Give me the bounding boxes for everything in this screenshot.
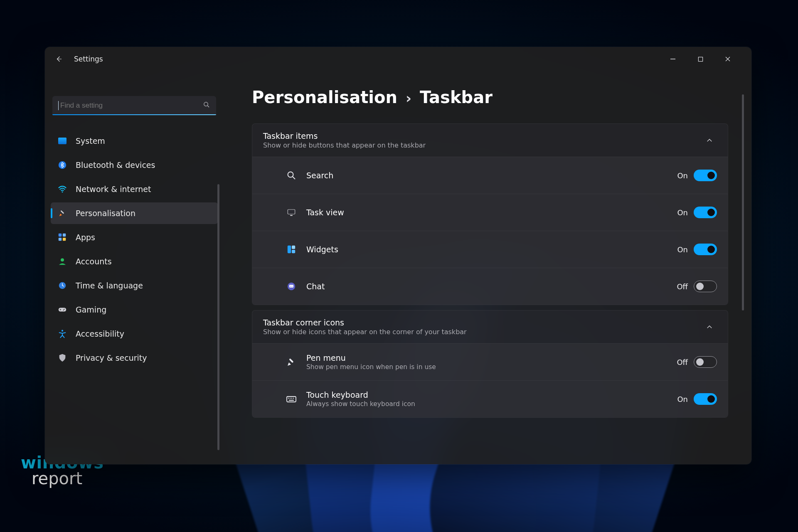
display-icon	[57, 136, 67, 146]
breadcrumb: Personalisation › Taskbar	[252, 88, 728, 107]
content-scrollbar[interactable]	[742, 94, 744, 310]
setting-row-pen-menu[interactable]: Pen menu Show pen menu icon when pen is …	[252, 343, 728, 380]
setting-row-widgets[interactable]: Widgets On	[252, 231, 728, 268]
setting-sublabel: Show pen menu icon when pen is in use	[306, 363, 436, 371]
breadcrumb-parent[interactable]: Personalisation	[252, 88, 397, 107]
svg-rect-8	[60, 210, 64, 214]
svg-line-5	[207, 106, 209, 107]
sidebar-item-network[interactable]: Network & internet	[51, 178, 218, 200]
svg-point-19	[288, 172, 293, 177]
svg-rect-37	[289, 400, 294, 401]
sidebar-nav: System Bluetooth & devices Network & int…	[50, 130, 219, 369]
svg-line-20	[293, 177, 295, 179]
setting-row-task-view[interactable]: Task view On	[252, 194, 728, 231]
svg-rect-10	[63, 234, 66, 236]
sidebar-item-personalisation[interactable]: Personalisation	[51, 202, 218, 224]
sidebar-item-label: Apps	[76, 233, 95, 242]
svg-rect-31	[289, 358, 293, 363]
svg-rect-36	[293, 398, 294, 399]
setting-row-chat[interactable]: Chat Off	[252, 268, 728, 305]
search-icon	[286, 170, 297, 181]
panel-header-corner-icons[interactable]: Taskbar corner icons Show or hide icons …	[252, 310, 728, 343]
svg-rect-33	[288, 398, 289, 399]
chevron-up-icon	[702, 133, 717, 148]
accessibility-icon	[57, 329, 67, 339]
svg-rect-24	[288, 246, 291, 253]
sidebar-item-system[interactable]: System	[51, 130, 218, 152]
toggle-task-view[interactable]	[694, 207, 717, 218]
settings-window: Settings	[45, 47, 751, 464]
svg-point-7	[62, 191, 63, 192]
toggle-chat[interactable]	[694, 281, 717, 292]
svg-rect-25	[292, 246, 295, 249]
maximize-button[interactable]	[691, 52, 710, 66]
svg-rect-9	[59, 234, 62, 236]
sidebar-item-label: Accessibility	[76, 329, 124, 338]
svg-point-4	[204, 102, 208, 106]
wifi-icon	[57, 184, 67, 194]
panel-corner-icons: Taskbar corner icons Show or hide icons …	[252, 310, 728, 418]
clock-globe-icon	[57, 281, 67, 291]
keyboard-icon	[286, 393, 297, 405]
chat-icon	[286, 281, 297, 292]
setting-label: Task view	[306, 208, 344, 217]
sidebar-item-label: Network & internet	[76, 185, 151, 194]
close-button[interactable]	[718, 52, 737, 66]
gamepad-icon	[57, 305, 67, 315]
svg-point-29	[290, 286, 291, 287]
chevron-up-icon	[702, 320, 717, 335]
person-icon	[57, 256, 67, 266]
setting-label: Chat	[306, 282, 325, 291]
toggle-touch-keyboard[interactable]	[694, 393, 717, 405]
toggle-state-label: On	[677, 208, 688, 217]
search-field[interactable]	[59, 101, 203, 110]
search-input[interactable]	[52, 96, 216, 115]
toggle-state-label: Off	[677, 282, 688, 291]
svg-rect-15	[59, 308, 66, 311]
sidebar-item-apps[interactable]: Apps	[51, 227, 218, 248]
sidebar-item-privacy-security[interactable]: Privacy & security	[51, 347, 218, 369]
sidebar-item-label: Time & language	[76, 281, 143, 290]
setting-row-search[interactable]: Search On	[252, 157, 728, 194]
toggle-state-label: Off	[677, 358, 688, 367]
svg-rect-23	[290, 215, 293, 216]
apps-icon	[57, 232, 67, 242]
window-title: Settings	[74, 55, 103, 63]
toggle-search[interactable]	[694, 170, 717, 181]
sidebar-item-label: Personalisation	[76, 209, 135, 218]
svg-rect-26	[292, 250, 295, 253]
sidebar-item-label: System	[76, 136, 105, 145]
toggle-widgets[interactable]	[694, 244, 717, 255]
svg-rect-22	[288, 210, 295, 214]
shield-icon	[57, 353, 67, 363]
toggle-state-label: On	[677, 171, 688, 180]
sidebar-item-time-language[interactable]: Time & language	[51, 275, 218, 296]
svg-point-30	[292, 286, 293, 287]
svg-rect-34	[290, 398, 291, 399]
titlebar: Settings	[45, 47, 751, 71]
panel-subtitle: Show or hide buttons that appear on the …	[263, 141, 426, 149]
panel-subtitle: Show or hide icons that appear on the co…	[263, 328, 467, 336]
sidebar-item-gaming[interactable]: Gaming	[51, 299, 218, 320]
sidebar-item-accessibility[interactable]: Accessibility	[51, 323, 218, 345]
sidebar-item-label: Bluetooth & devices	[76, 160, 155, 170]
panel-header-taskbar-items[interactable]: Taskbar items Show or hide buttons that …	[252, 124, 728, 157]
sidebar-scrollbar[interactable]	[217, 184, 219, 450]
widgets-icon	[286, 244, 297, 255]
setting-label: Search	[306, 171, 333, 180]
panel-title: Taskbar items	[263, 131, 426, 140]
panel-taskbar-items: Taskbar items Show or hide buttons that …	[252, 123, 728, 305]
content-pane: Personalisation › Taskbar Taskbar items …	[224, 71, 751, 464]
svg-rect-1	[698, 57, 702, 61]
sidebar-item-accounts[interactable]: Accounts	[51, 251, 218, 272]
panel-title: Taskbar corner icons	[263, 318, 467, 327]
back-button[interactable]	[52, 52, 66, 66]
toggle-pen-menu[interactable]	[694, 356, 717, 368]
minimize-button[interactable]	[663, 52, 682, 66]
svg-rect-32	[287, 397, 296, 402]
sidebar-item-bluetooth[interactable]: Bluetooth & devices	[51, 154, 218, 176]
svg-rect-35	[291, 398, 292, 399]
setting-row-touch-keyboard[interactable]: Touch keyboard Always show touch keyboar…	[252, 380, 728, 417]
svg-point-13	[61, 258, 64, 261]
sidebar: System Bluetooth & devices Network & int…	[45, 71, 224, 464]
